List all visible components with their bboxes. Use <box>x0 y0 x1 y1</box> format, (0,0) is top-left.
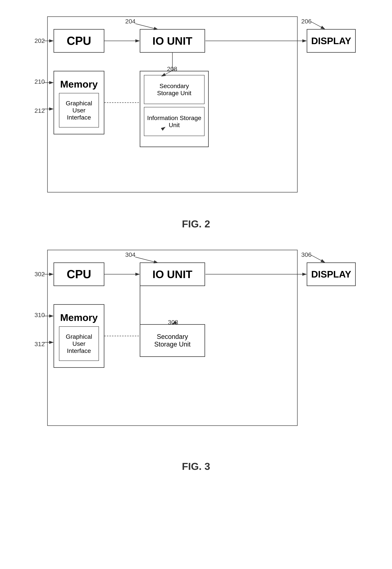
fig2-ref210: 210 <box>34 78 45 85</box>
fig2-io-unit-block: IO UNIT <box>140 29 205 53</box>
fig3-cpu-block: CPU <box>54 263 104 286</box>
fig3-io-horizontal-line <box>140 324 158 325</box>
fig3-io-unit-block: IO UNIT <box>140 263 205 286</box>
fig3-io-vertical-line <box>140 286 140 324</box>
fig3-memory-block: Memory Graphical User Interface <box>54 304 104 368</box>
fig2-diagram: 202 210 212 204 206 208 214 CPU Memory G… <box>24 11 368 211</box>
fig2-ref202: 202 <box>34 37 45 44</box>
fig3-display-block: DISPLAY <box>307 263 356 286</box>
fig3-ref310: 310 <box>34 311 45 319</box>
fig2-ref206: 206 <box>301 18 312 25</box>
fig2-ref212: 212 <box>34 107 45 114</box>
fig3-caption: FIG. 3 <box>14 460 378 472</box>
fig2-ref204: 204 <box>125 18 136 25</box>
svg-line-5 <box>311 22 325 29</box>
fig2-secondary-storage-outer: Secondary Storage Unit Information Stora… <box>140 71 209 147</box>
fig2-info-storage-block: Information Storage Unit <box>144 107 205 136</box>
fig3-ref302: 302 <box>34 271 45 278</box>
fig2-gui-block: Graphical User Interface <box>59 93 99 128</box>
fig2-caption: FIG. 2 <box>14 218 378 230</box>
fig3-diagram: 302 310 312 304 306 308 CPU Memory Graph… <box>24 244 368 453</box>
fig2-cpu-block: CPU <box>54 29 104 53</box>
fig2-secondary-storage-block: Secondary Storage Unit <box>144 75 205 104</box>
fig3-secondary-storage-block: Secondary Storage Unit <box>140 324 205 357</box>
fig2-display-block: DISPLAY <box>307 29 356 53</box>
fig2-memory-block: Memory Graphical User Interface <box>54 71 104 134</box>
fig3-gui-block: Graphical User Interface <box>59 326 99 361</box>
fig3-ref312: 312 <box>34 340 45 348</box>
svg-line-17 <box>311 255 325 263</box>
fig3-ref304: 304 <box>125 251 136 258</box>
fig3-ref306: 306 <box>301 251 312 258</box>
